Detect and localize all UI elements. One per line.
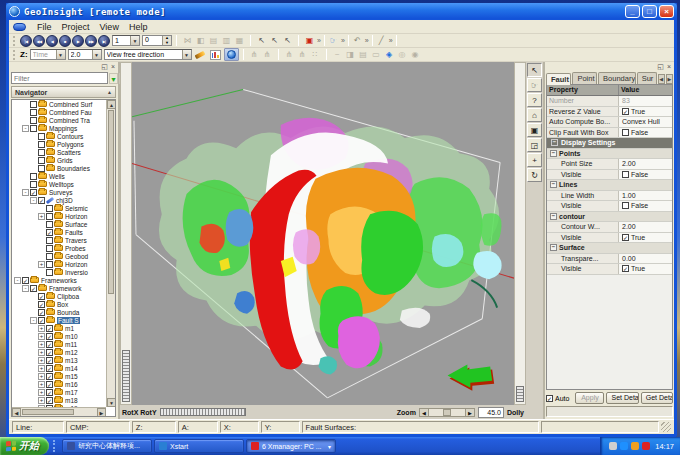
tree-checkbox[interactable]: [30, 173, 37, 180]
tree-item-probes[interactable]: Probes: [12, 244, 106, 252]
overflow-chevron-icon[interactable]: »: [341, 37, 345, 44]
tree-item-grids[interactable]: Grids: [12, 156, 106, 164]
stop-button[interactable]: ■: [59, 35, 71, 47]
tree-item-faults[interactable]: ✓Faults: [12, 228, 106, 236]
pick-point-cursor-icon[interactable]: ↖: [268, 35, 281, 47]
filter-next-icon[interactable]: ▼: [109, 73, 118, 84]
tree-item-frameworks[interactable]: -✓Frameworks: [12, 276, 106, 284]
maximize-button[interactable]: □: [642, 5, 657, 18]
expander-icon[interactable]: +: [38, 357, 45, 364]
measure-line-icon[interactable]: ╱: [375, 35, 388, 47]
volume-icon[interactable]: ▥: [220, 35, 233, 47]
tree-item-m10[interactable]: +✓m10: [12, 332, 106, 340]
tree-checkbox[interactable]: [46, 221, 53, 228]
resize-grip[interactable]: [661, 422, 671, 432]
play-button[interactable]: ▶: [72, 35, 84, 47]
apply-button[interactable]: Apply: [575, 392, 604, 404]
value-checkbox[interactable]: [622, 202, 629, 209]
property-value[interactable]: ✓True: [619, 107, 672, 117]
property-value[interactable]: Convex Hull: [619, 117, 672, 127]
tree-item-geobod[interactable]: Geobod: [12, 252, 106, 260]
expander-icon[interactable]: +: [38, 381, 45, 388]
snapshot-tool[interactable]: ▣: [527, 123, 542, 137]
box-outline-icon[interactable]: ▭: [370, 49, 383, 61]
tree-item-wells[interactable]: Wells: [12, 172, 106, 180]
property-value[interactable]: 2.00: [619, 222, 672, 232]
tree-item-clipboa[interactable]: ✓Clipboa: [12, 292, 106, 300]
panel-float-icon[interactable]: ◱: [101, 63, 108, 70]
tree-item-m16[interactable]: +✓m16: [12, 380, 106, 388]
value-checkbox[interactable]: [622, 171, 629, 178]
tree-checkbox[interactable]: ✓: [46, 373, 53, 380]
set-data-button[interactable]: Set Deta: [606, 392, 638, 404]
taskbar-task[interactable]: Xstart: [154, 439, 244, 453]
tab-fault[interactable]: Fault: [546, 73, 571, 85]
tree-checkbox[interactable]: [30, 125, 37, 132]
navigator-header[interactable]: Navigator ▲: [11, 86, 116, 98]
expander-icon[interactable]: -: [14, 277, 21, 284]
toolbar-grip[interactable]: [13, 50, 16, 60]
tree-checkbox[interactable]: ✓: [38, 197, 45, 204]
expander-icon[interactable]: +: [38, 365, 45, 372]
tree-item-combined-surf[interactable]: Combined Surf: [12, 100, 106, 108]
collapse-icon[interactable]: −: [550, 213, 557, 220]
property-value[interactable]: ✓True: [619, 233, 672, 243]
tree-item-combined-tra[interactable]: Combined Tra: [12, 116, 106, 124]
chevron-down-icon[interactable]: ▼: [130, 36, 139, 45]
horizon-pick-icon[interactable]: ⋔: [261, 49, 274, 61]
z-mode-combo[interactable]: Time▼: [30, 49, 66, 60]
tree-item-polygons[interactable]: Polygons: [12, 140, 106, 148]
pick-cursor-icon[interactable]: ↖: [255, 35, 268, 47]
sphere-icon[interactable]: ◎: [396, 49, 409, 61]
tree-checkbox[interactable]: ✓: [46, 229, 53, 236]
point-set-icon[interactable]: ∷: [309, 49, 322, 61]
center-view-tool[interactable]: +: [527, 153, 542, 167]
panel-close-icon[interactable]: ×: [667, 63, 671, 70]
tree-checkbox[interactable]: [46, 237, 53, 244]
tree-checkbox[interactable]: [38, 157, 45, 164]
title-bar[interactable]: GeoInsight [remote mode] _ □ ×: [6, 3, 677, 20]
expander-icon[interactable]: -: [30, 197, 37, 204]
home-view-tool[interactable]: ⌂: [527, 108, 542, 122]
property-value[interactable]: 83: [619, 96, 672, 106]
start-button[interactable]: 开始: [0, 437, 49, 455]
menu-project[interactable]: Project: [57, 21, 95, 33]
collapse-icon[interactable]: −: [550, 181, 557, 188]
security-tray-icon[interactable]: [642, 442, 650, 450]
tab-scroll-right-icon[interactable]: ▶: [666, 74, 673, 84]
tree-item-inversio[interactable]: Inversio: [12, 268, 106, 276]
tab-point[interactable]: Point: [572, 72, 597, 84]
snapshot-icon[interactable]: ▣: [303, 35, 316, 47]
property-value[interactable]: False: [619, 201, 672, 211]
value-checkbox[interactable]: ✓: [622, 108, 629, 115]
overflow-chevron-icon[interactable]: »: [317, 37, 321, 44]
tree-checkbox[interactable]: ✓: [38, 317, 45, 324]
menu-view[interactable]: View: [95, 21, 124, 33]
taskbar-task[interactable]: 研究中心体解释项...: [62, 439, 152, 453]
tree-checkbox[interactable]: ✓: [38, 293, 45, 300]
tree-item-horizon[interactable]: +Horizon: [12, 260, 106, 268]
grid-pick-icon[interactable]: ⋔: [296, 49, 309, 61]
tree-item-bounda[interactable]: ✓Bounda: [12, 308, 106, 316]
quick-launch-grip[interactable]: [53, 440, 57, 452]
tree-checkbox[interactable]: ✓: [38, 309, 45, 316]
tree-checkbox[interactable]: [38, 133, 45, 140]
taskbar-clock[interactable]: 14:17: [655, 442, 674, 451]
rewind-button[interactable]: ◀◀: [33, 35, 45, 47]
rotx-slider[interactable]: [120, 62, 132, 405]
minimize-button[interactable]: _: [625, 5, 640, 18]
tree-checkbox[interactable]: ✓: [46, 325, 53, 332]
value-checkbox[interactable]: ✓: [622, 265, 629, 272]
tree-checkbox[interactable]: ✓: [46, 365, 53, 372]
value-checkbox[interactable]: ✓: [622, 234, 629, 241]
collapse-icon[interactable]: −: [550, 244, 557, 251]
frame-spinner[interactable]: 0▲▼: [142, 35, 172, 46]
tree-item-seismic[interactable]: Seismic: [12, 204, 106, 212]
tree-checkbox[interactable]: ✓: [46, 389, 53, 396]
help-tool[interactable]: ?: [527, 93, 542, 107]
tab-boundary[interactable]: Boundary: [598, 72, 636, 84]
tree-checkbox[interactable]: ✓: [46, 341, 53, 348]
pan-tool[interactable]: ☞: [527, 78, 542, 92]
tree-checkbox[interactable]: [30, 101, 37, 108]
tree-item-mappings[interactable]: -Mappings: [12, 124, 106, 132]
